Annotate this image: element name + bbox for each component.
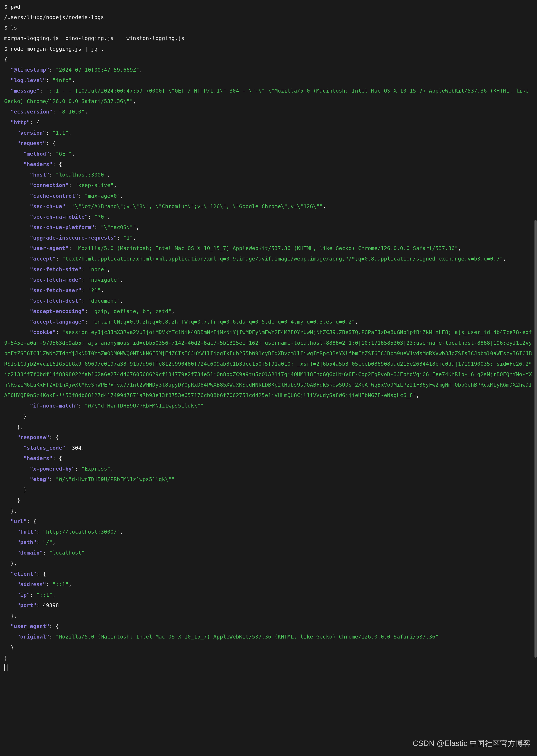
json-key: "response" [17, 434, 49, 440]
json-key: "original" [17, 634, 49, 640]
json-value: "Express" [81, 466, 110, 472]
json-key: "message" [11, 88, 40, 94]
cmd-ls: ls [11, 25, 17, 31]
json-value: "W/\"d-HwnTDHB9U/PRbFMN1z1wps51lqk\"" [85, 403, 204, 409]
prompt: $ [4, 4, 11, 10]
json-value: "gzip, deflate, br, zstd" [91, 308, 172, 314]
json-key: "upgrade-insecure-requests" [30, 235, 117, 241]
json-value: "localhost:3000" [56, 172, 107, 178]
json-value: "none" [88, 266, 107, 272]
json-key: "headers" [23, 161, 52, 167]
brace: } [4, 655, 7, 661]
json-value: "GET" [56, 151, 72, 157]
json-key: "log.level" [11, 77, 46, 83]
json-value: "\"macOS\"" [101, 224, 136, 230]
json-value: "localhost" [49, 550, 85, 556]
json-key: "cache-control" [30, 193, 78, 199]
json-value: 304 [72, 445, 81, 451]
json-key: "cookie" [30, 329, 56, 335]
json-key: "port" [17, 602, 36, 608]
prompt: $ [4, 46, 11, 52]
json-key: "connection" [30, 182, 68, 188]
json-key: "sec-ch-ua-platform" [30, 224, 94, 230]
json-key: "request" [17, 140, 46, 146]
json-key: "client" [11, 571, 36, 577]
json-key: "accept-language" [30, 319, 85, 325]
json-value: "::1" [52, 581, 68, 587]
json-key: "user_agent" [11, 623, 49, 629]
json-value: "info" [52, 77, 72, 83]
json-key: "full" [17, 529, 36, 535]
brace: }, [11, 560, 17, 566]
json-key: "sec-fetch-mode" [30, 277, 81, 283]
json-value: 49398 [43, 602, 59, 608]
json-value: "Mozilla/5.0 (Macintosh; Intel Mac OS X … [56, 634, 438, 640]
json-key: "sec-ch-ua" [30, 203, 65, 210]
brace: } [17, 497, 20, 503]
cursor-icon [4, 664, 8, 671]
json-key: "version" [17, 130, 46, 136]
brace: }, [11, 508, 17, 514]
brace: } [23, 487, 26, 493]
json-key: "x-powered-by" [30, 466, 75, 472]
json-value: "W/\"d-HwnTDHB9U/PRbFMN1z1wps51lqk\"" [56, 476, 175, 482]
json-value: "?1" [88, 287, 101, 294]
json-key: "path" [17, 539, 36, 545]
json-value: "::1" [36, 592, 53, 598]
json-value: "navigate" [88, 277, 120, 283]
json-value: "session=eyJjc3JmX3Rva2VuIjoiMDVkYTc1Njk… [4, 329, 532, 398]
cmd-pwd: pwd [11, 4, 20, 10]
json-key: "ip" [17, 592, 30, 598]
json-key: "url" [11, 518, 27, 524]
json-key: "sec-fetch-dest" [30, 298, 81, 304]
json-key: "sec-fetch-site" [30, 266, 81, 272]
json-key: "headers" [23, 455, 52, 461]
brace: } [23, 413, 26, 419]
json-value: "\"Not/A)Brand\";v=\"8\", \"Chromium\";v… [72, 203, 323, 210]
json-key: "method" [23, 151, 49, 157]
json-key: "sec-fetch-user" [30, 287, 81, 294]
json-key: "@timestamp" [11, 67, 49, 73]
json-key: "status_code" [23, 445, 65, 451]
json-value: "1.1" [52, 130, 68, 136]
brace: } [11, 644, 14, 651]
json-value: "2024-07-10T00:47:59.669Z" [56, 67, 139, 73]
json-value: "/" [43, 539, 52, 545]
json-key: "if-none-match" [30, 403, 78, 409]
brace: { [4, 56, 7, 62]
json-key: "domain" [17, 550, 43, 556]
json-value: "1" [123, 235, 133, 241]
ls-output: morgan-logging.js pino-logging.js winsto… [4, 35, 184, 41]
cmd-node: node morgan-logging.js | jq . [11, 46, 104, 52]
json-value: "text/html,application/xhtml+xml,applica… [62, 256, 503, 262]
brace: }, [11, 613, 17, 619]
json-value: "8.10.0" [59, 109, 85, 115]
json-key: "user-agent" [30, 245, 68, 251]
json-key: "host" [30, 172, 49, 178]
scrollbar[interactable] [534, 220, 537, 657]
json-value: "http://localhost:3000/" [43, 529, 120, 535]
json-key: "address" [17, 581, 46, 587]
json-value: "::1 - - [10/Jul/2024:00:47:59 +0000] \"… [4, 88, 532, 104]
json-value: "document" [88, 298, 120, 304]
json-value: "Mozilla/5.0 (Macintosh; Intel Mac OS X … [75, 245, 458, 251]
json-key: "sec-ch-ua-mobile" [30, 214, 88, 220]
json-value: "en,zh-CN;q=0.9,zh;q=0.8,zh-TW;q=0.7,fr;… [91, 319, 355, 325]
json-value: "max-age=0" [85, 193, 120, 199]
watermark-text: CSDN @Elastic 中国社区官方博客 [413, 736, 531, 751]
terminal-output[interactable]: $ pwd /Users/liuxg/nodejs/nodejs-logs $ … [0, 0, 537, 756]
brace: }, [17, 424, 23, 430]
json-value: "keep-alive" [75, 182, 113, 188]
json-key: "accept" [30, 256, 56, 262]
json-value: "?0" [94, 214, 107, 220]
json-key: "accept-encoding" [30, 308, 85, 314]
json-key: "http" [11, 119, 30, 125]
prompt: $ [4, 25, 11, 31]
pwd-output: /Users/liuxg/nodejs/nodejs-logs [4, 14, 104, 20]
json-key: "ecs.version" [11, 109, 53, 115]
json-key: "etag" [30, 476, 49, 482]
